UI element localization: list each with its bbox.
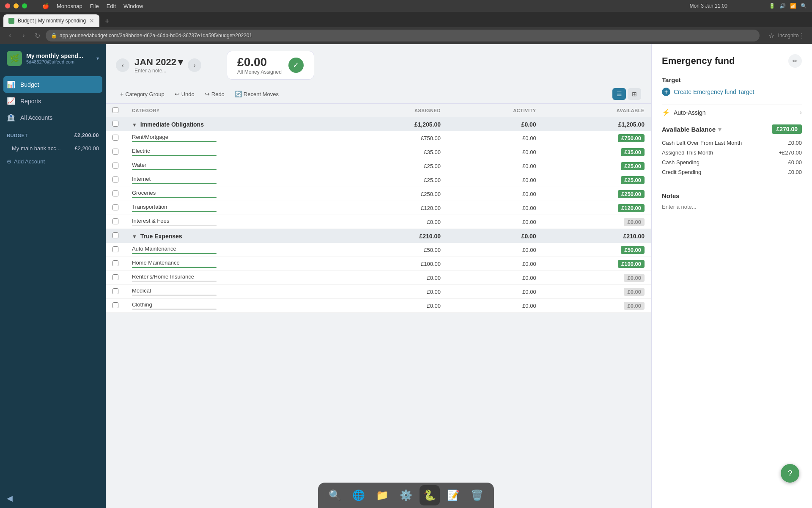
row-activity: £0.00 bbox=[447, 159, 543, 173]
recent-moves-button[interactable]: 🔄 Recent Moves bbox=[230, 88, 283, 100]
available-balance-row[interactable]: Available Balance ▾ £270.00 bbox=[662, 120, 802, 138]
redo-button[interactable]: ↪ Redo bbox=[200, 88, 229, 100]
active-tab[interactable]: Budget | My monthly spending ✕ bbox=[3, 14, 99, 27]
col-assigned: ASSIGNED bbox=[343, 104, 447, 117]
category-name-cell: Medical bbox=[125, 285, 343, 299]
select-all-checkbox[interactable] bbox=[112, 107, 118, 113]
group-collapse-icon[interactable]: ▼ bbox=[132, 234, 137, 240]
group-available: £210.00 bbox=[543, 229, 651, 243]
table-row[interactable]: Medical £0.00 £0.00 £0.00 bbox=[106, 285, 651, 299]
more-button[interactable]: ⋮ bbox=[797, 30, 807, 41]
row-checkbox-1-2[interactable] bbox=[112, 274, 118, 280]
table-row[interactable]: Renter's/Home Insurance £0.00 £0.00 £0.0… bbox=[106, 271, 651, 285]
list-view-button[interactable]: ☰ bbox=[612, 88, 626, 100]
category-name: Internet bbox=[132, 176, 337, 182]
table-row[interactable]: Auto Maintenance £50.00 £0.00 £50.00 bbox=[106, 243, 651, 257]
row-checkbox-0-6[interactable] bbox=[112, 218, 118, 224]
sidebar-budget-section[interactable]: BUDGET £2,200.00 bbox=[0, 129, 106, 142]
row-checkbox-1-1[interactable] bbox=[112, 260, 118, 266]
previous-month-button[interactable]: ‹ bbox=[116, 58, 129, 72]
table-row[interactable]: Interest & Fees £0.00 £0.00 £0.00 bbox=[106, 215, 651, 229]
sidebar-collapse-button[interactable]: ◀ bbox=[0, 489, 106, 508]
minimize-button[interactable] bbox=[14, 3, 19, 8]
dock-python[interactable]: 🐍 bbox=[420, 485, 440, 505]
menu-window[interactable]: Window bbox=[120, 2, 146, 10]
cat-name-wrapper: Internet bbox=[132, 176, 337, 184]
reports-icon: 📈 bbox=[7, 97, 15, 105]
tab-close-button[interactable]: ✕ bbox=[89, 17, 94, 24]
group-collapse-icon[interactable]: ▼ bbox=[132, 122, 137, 128]
forward-button[interactable]: › bbox=[19, 30, 29, 41]
category-name-cell: Water bbox=[125, 159, 343, 173]
balance-detail-label: Credit Spending bbox=[662, 169, 701, 175]
balance-detail-row: Credit Spending £0.00 bbox=[662, 167, 802, 177]
sidebar-item-all-accounts[interactable]: 🏦 All Accounts bbox=[0, 109, 106, 126]
row-available: £0.00 bbox=[543, 215, 651, 229]
maximize-button[interactable] bbox=[22, 3, 27, 8]
url-input[interactable]: 🔒 app.youneedabudget.com/3a8bbdae-d62a-4… bbox=[46, 30, 760, 41]
row-checkbox-0-1[interactable] bbox=[112, 149, 118, 155]
bookmark-button[interactable]: ☆ bbox=[766, 30, 776, 41]
dock-files[interactable]: 📁 bbox=[372, 485, 392, 505]
sidebar-item-reports[interactable]: 📈 Reports bbox=[0, 93, 106, 109]
dock-notes[interactable]: 📝 bbox=[443, 485, 464, 505]
row-checkbox-0-0[interactable] bbox=[112, 135, 118, 141]
balance-detail-label: Cash Left Over From Last Month bbox=[662, 140, 742, 146]
notes-input[interactable] bbox=[662, 204, 802, 210]
table-row[interactable]: Internet £25.00 £0.00 £25.00 bbox=[106, 173, 651, 187]
sidebar-account-item[interactable]: My main bank acc... £2,200.00 bbox=[0, 142, 106, 155]
table-row[interactable]: Transportation £120.00 £0.00 £120.00 bbox=[106, 201, 651, 215]
profile-button[interactable]: Incognito bbox=[783, 30, 793, 41]
add-category-group-button[interactable]: + Category Group bbox=[116, 88, 169, 100]
category-name: Water bbox=[132, 162, 337, 168]
tab-title: Budget | My monthly spending bbox=[18, 18, 86, 24]
progress-bar bbox=[132, 267, 217, 268]
create-target-button[interactable]: + Create Emergency fund Target bbox=[662, 88, 754, 96]
menu-apple[interactable]: 🍎 bbox=[39, 2, 52, 10]
row-checkbox-0-3[interactable] bbox=[112, 177, 118, 182]
row-available: £0.00 bbox=[543, 271, 651, 285]
dock-finder[interactable]: 🔍 bbox=[325, 485, 345, 505]
panel-header: Emergency fund ✏ bbox=[662, 54, 802, 68]
sidebar-header[interactable]: 🌿 My monthly spend... 5d485270@uifeed.co… bbox=[0, 44, 106, 73]
menu-edit[interactable]: Edit bbox=[103, 2, 119, 10]
table-row[interactable]: Rent/Mortgage £750.00 £0.00 £750.00 bbox=[106, 131, 651, 145]
menu-file[interactable]: File bbox=[87, 2, 102, 10]
month-navigation: ‹ JAN 2022 ▾ Enter a note... › bbox=[116, 57, 201, 74]
panel-edit-button[interactable]: ✏ bbox=[788, 54, 802, 68]
row-checkbox-0-5[interactable] bbox=[112, 204, 118, 210]
table-row[interactable]: Clothing £0.00 £0.00 £0.00 bbox=[106, 299, 651, 313]
row-checkbox-0-2[interactable] bbox=[112, 163, 118, 168]
add-account-button[interactable]: ⊕ Add Account bbox=[0, 155, 106, 168]
grid-view-button[interactable]: ⊞ bbox=[628, 88, 641, 100]
help-button[interactable]: ? bbox=[781, 464, 799, 483]
table-row[interactable]: Water £25.00 £0.00 £25.00 bbox=[106, 159, 651, 173]
row-checkbox-1-0[interactable] bbox=[112, 246, 118, 252]
row-checkbox-1-3[interactable] bbox=[112, 288, 118, 294]
dock-chrome[interactable]: 🌐 bbox=[348, 485, 369, 505]
row-activity: £0.00 bbox=[447, 215, 543, 229]
undo-button[interactable]: ↩ Undo bbox=[170, 88, 199, 100]
back-button[interactable]: ‹ bbox=[5, 30, 15, 41]
sidebar-item-budget[interactable]: 📊 Budget bbox=[3, 76, 102, 93]
menu-monosnap[interactable]: Monosnap bbox=[53, 2, 86, 10]
group-name-cell: ▼ Immediate Obligations bbox=[125, 117, 343, 131]
month-note[interactable]: Enter a note... bbox=[134, 68, 183, 74]
group-checkbox-0[interactable] bbox=[112, 121, 118, 127]
reload-button[interactable]: ↻ bbox=[32, 30, 42, 41]
new-tab-button[interactable]: + bbox=[101, 15, 113, 27]
progress-bar bbox=[132, 225, 217, 226]
table-row[interactable]: Groceries £250.00 £0.00 £250.00 bbox=[106, 187, 651, 201]
group-checkbox-1[interactable] bbox=[112, 232, 118, 238]
sidebar-account-email: 5d485270@uifeed.com bbox=[26, 59, 83, 64]
next-month-button[interactable]: › bbox=[188, 58, 201, 72]
row-checkbox-1-4[interactable] bbox=[112, 302, 118, 308]
close-button[interactable] bbox=[5, 3, 10, 8]
dock-trash[interactable]: 🗑️ bbox=[467, 485, 487, 505]
row-activity: £0.00 bbox=[447, 299, 543, 313]
dock-settings[interactable]: ⚙️ bbox=[396, 485, 416, 505]
row-checkbox-0-4[interactable] bbox=[112, 190, 118, 196]
auto-assign-row[interactable]: ⚡ Auto-Assign › bbox=[662, 105, 802, 120]
table-row[interactable]: Electric £35.00 £0.00 £35.00 bbox=[106, 145, 651, 159]
table-row[interactable]: Home Maintenance £100.00 £0.00 £100.00 bbox=[106, 257, 651, 271]
